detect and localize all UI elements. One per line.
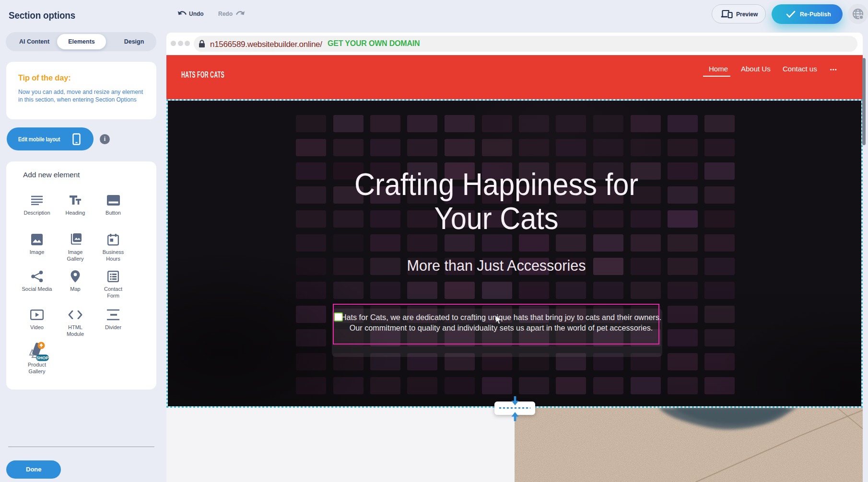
svg-text:SHOP: SHOP <box>36 356 49 360</box>
